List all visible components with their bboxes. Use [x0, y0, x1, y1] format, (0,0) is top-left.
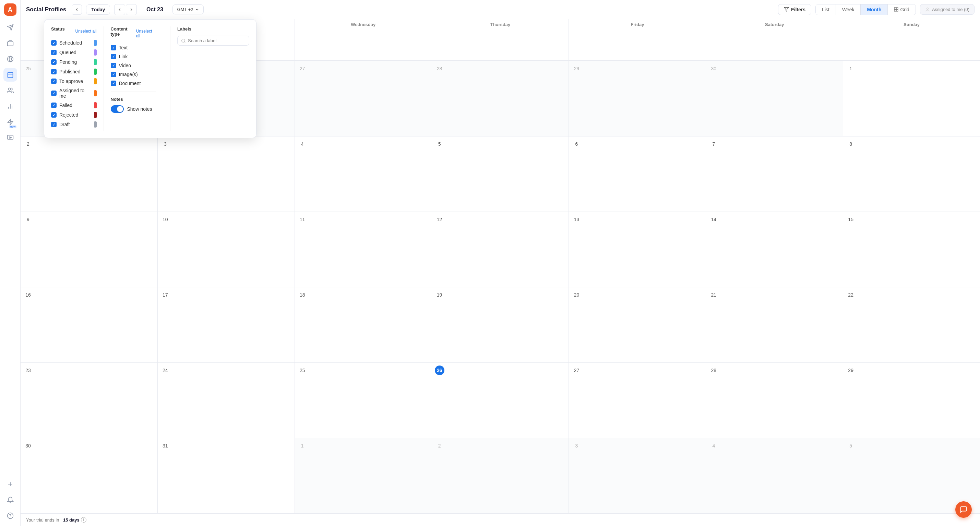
next-month-button[interactable] — [126, 4, 137, 15]
video-checkbox[interactable] — [111, 63, 116, 68]
text-checkbox[interactable] — [111, 45, 116, 51]
sidebar-item-paper-plane[interactable] — [3, 21, 17, 34]
cal-cell-oct19[interactable]: 19 — [432, 288, 569, 362]
status-filter-scheduled[interactable]: Scheduled — [51, 40, 97, 46]
content-type-unselect-all[interactable]: Unselect all — [136, 29, 156, 38]
cal-cell-oct26-today[interactable]: 26 — [432, 363, 569, 438]
cal-cell-oct6[interactable]: 6 — [569, 137, 706, 211]
status-filter-draft[interactable]: Draft — [51, 121, 97, 127]
pending-checkbox[interactable] — [51, 59, 57, 65]
status-filter-col: Status Unselect all Scheduled Queued Pen… — [51, 26, 97, 131]
to-approve-checkbox[interactable] — [51, 78, 57, 84]
filters-button[interactable]: Filters — [778, 4, 811, 15]
cal-cell-sep27[interactable]: 27 — [295, 61, 432, 136]
cal-cell-nov3[interactable]: 3 — [569, 438, 706, 513]
images-checkbox[interactable] — [111, 72, 116, 77]
scheduled-checkbox[interactable] — [51, 40, 57, 46]
content-type-document[interactable]: Document — [111, 81, 156, 86]
draft-checkbox[interactable] — [51, 122, 57, 127]
cal-cell-oct20[interactable]: 20 — [569, 288, 706, 362]
cal-cell-nov1[interactable]: 1 — [295, 438, 432, 513]
sidebar-item-media[interactable] — [3, 131, 17, 145]
cal-cell-oct18[interactable]: 18 — [295, 288, 432, 362]
sidebar-item-bell[interactable] — [3, 493, 17, 507]
sidebar-item-add[interactable] — [3, 477, 17, 491]
document-checkbox[interactable] — [111, 81, 116, 86]
cal-cell-oct14[interactable]: 14 — [706, 212, 843, 287]
show-notes-toggle[interactable] — [111, 105, 124, 113]
svg-rect-2 — [7, 42, 13, 46]
cal-cell-oct11[interactable]: 11 — [295, 212, 432, 287]
link-checkbox[interactable] — [111, 54, 116, 59]
sidebar-item-help[interactable] — [3, 509, 17, 523]
cal-cell-oct27[interactable]: 27 — [569, 363, 706, 438]
label-search-box[interactable] — [177, 36, 249, 46]
rejected-checkbox[interactable] — [51, 112, 57, 118]
cal-cell-oct22[interactable]: 22 — [843, 288, 980, 362]
status-filter-assigned-to-me[interactable]: Assigned to me — [51, 88, 97, 99]
prev-month-button[interactable] — [114, 4, 125, 15]
cal-cell-sep30[interactable]: 30 — [706, 61, 843, 136]
cal-cell-oct31[interactable]: 31 — [158, 438, 294, 513]
status-unselect-all[interactable]: Unselect all — [75, 29, 96, 33]
content-type-text[interactable]: Text — [111, 45, 156, 51]
grid-view-button[interactable]: Grid — [888, 5, 915, 15]
cal-cell-oct30[interactable]: 30 — [21, 438, 158, 513]
back-button[interactable] — [72, 5, 82, 15]
published-checkbox[interactable] — [51, 69, 57, 75]
cal-cell-oct17[interactable]: 17 — [158, 288, 294, 362]
sidebar-item-inbox[interactable] — [3, 37, 17, 50]
cal-cell-oct21[interactable]: 21 — [706, 288, 843, 362]
sidebar-item-users[interactable] — [3, 84, 17, 97]
today-button[interactable]: Today — [86, 5, 110, 15]
cal-cell-nov2[interactable]: 2 — [432, 438, 569, 513]
cal-cell-oct10[interactable]: 10 — [158, 212, 294, 287]
info-icon[interactable]: i — [81, 517, 86, 523]
cal-cell-oct3[interactable]: 3 — [158, 137, 294, 211]
cal-cell-oct16[interactable]: 16 — [21, 288, 158, 362]
status-filter-rejected[interactable]: Rejected — [51, 112, 97, 118]
content-type-video[interactable]: Video — [111, 63, 156, 68]
cal-cell-oct2[interactable]: 2 — [21, 137, 158, 211]
cal-cell-oct7[interactable]: 7 — [706, 137, 843, 211]
sidebar-item-new[interactable] — [3, 115, 17, 129]
status-filter-published[interactable]: Published — [51, 68, 97, 75]
cal-cell-oct5[interactable]: 5 — [432, 137, 569, 211]
label-search-input[interactable] — [188, 38, 245, 43]
month-view-button[interactable]: Month — [861, 5, 888, 15]
sidebar-item-calendar[interactable] — [3, 68, 17, 82]
app-logo[interactable]: A — [4, 3, 16, 16]
cal-cell-sep29[interactable]: 29 — [569, 61, 706, 136]
status-filter-queued[interactable]: Queued — [51, 49, 97, 56]
queued-checkbox[interactable] — [51, 50, 57, 55]
cal-cell-oct15[interactable]: 15 — [843, 212, 980, 287]
cal-cell-oct8[interactable]: 8 — [843, 137, 980, 211]
chat-button[interactable] — [955, 501, 972, 518]
list-view-button[interactable]: List — [816, 5, 836, 15]
week-view-button[interactable]: Week — [836, 5, 861, 15]
failed-checkbox[interactable] — [51, 103, 57, 108]
assigned-to-me-checkbox[interactable] — [51, 91, 57, 96]
cal-cell-oct12[interactable]: 12 — [432, 212, 569, 287]
cal-cell-oct1[interactable]: 1 — [843, 61, 980, 136]
status-filter-failed[interactable]: Failed — [51, 102, 97, 108]
cal-cell-oct4[interactable]: 4 — [295, 137, 432, 211]
timezone-button[interactable]: GMT +2 — [172, 5, 204, 14]
cal-cell-oct24[interactable]: 24 — [158, 363, 294, 438]
sidebar-item-chart[interactable] — [3, 99, 17, 113]
cal-cell-oct29[interactable]: 29 — [843, 363, 980, 438]
sidebar-item-globe[interactable] — [3, 52, 17, 66]
status-filter-to-approve[interactable]: To approve — [51, 78, 97, 84]
content-type-link[interactable]: Link — [111, 54, 156, 59]
cal-cell-oct13[interactable]: 13 — [569, 212, 706, 287]
assigned-to-me-button[interactable]: Assigned to me (0) — [920, 4, 975, 15]
cal-cell-oct9[interactable]: 9 — [21, 212, 158, 287]
status-filter-pending[interactable]: Pending — [51, 59, 97, 65]
content-type-images[interactable]: Image(s) — [111, 72, 156, 77]
cal-cell-oct25[interactable]: 25 — [295, 363, 432, 438]
cal-cell-sep28[interactable]: 28 — [432, 61, 569, 136]
cal-cell-oct23[interactable]: 23 — [21, 363, 158, 438]
queued-label: Queued — [59, 50, 91, 55]
cal-cell-nov4[interactable]: 4 — [706, 438, 843, 513]
cal-cell-oct28[interactable]: 28 — [706, 363, 843, 438]
